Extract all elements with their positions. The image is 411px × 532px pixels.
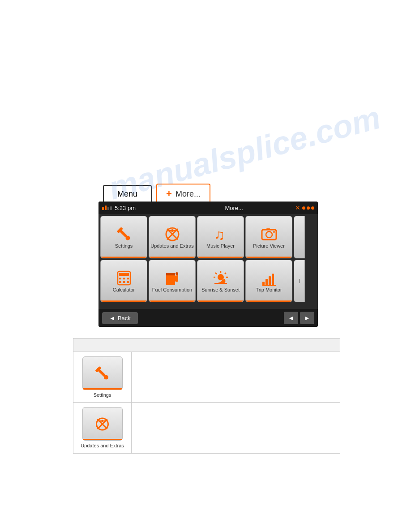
fuel-icon xyxy=(163,269,181,287)
device-screen: 5:23 pm More... ✕ xyxy=(98,202,318,327)
table-header xyxy=(73,339,340,352)
bottom-navigation: ◄ Back ◄ ► xyxy=(98,309,318,327)
svg-rect-23 xyxy=(166,273,175,275)
svg-point-6 xyxy=(171,229,174,232)
app-tile-music[interactable]: ♫ Music Player xyxy=(197,216,244,258)
svg-rect-18 xyxy=(127,278,129,279)
updates-table-label: Updates and Extras xyxy=(81,443,124,448)
app-tile-partial-1 xyxy=(294,216,305,258)
sunrise-tile-label: Sunrise & Sunset xyxy=(201,287,240,293)
table-row-settings: Settings xyxy=(73,352,340,403)
signal-bar-4 xyxy=(110,206,112,210)
status-more-text: More... xyxy=(176,205,292,211)
back-button[interactable]: ◄ Back xyxy=(102,312,138,324)
svg-point-45 xyxy=(101,420,103,422)
table-updates-icon-cell[interactable]: Updates and Extras xyxy=(73,403,132,453)
back-arrow-icon: ◄ xyxy=(109,315,115,322)
table-settings-icon-cell[interactable]: Settings xyxy=(73,352,132,402)
wrench-icon xyxy=(115,225,133,243)
svg-point-11 xyxy=(266,232,272,238)
app-tile-trip[interactable]: Trip Monitor xyxy=(245,260,292,302)
status-dot-2 xyxy=(307,206,310,210)
svg-rect-21 xyxy=(127,281,129,283)
svg-text:♫: ♫ xyxy=(214,227,225,243)
status-dot-1 xyxy=(302,206,305,210)
svg-line-29 xyxy=(225,273,226,274)
settings-table-icon xyxy=(92,365,112,382)
app-row-1: Settings Updates and Extras ♫ xyxy=(100,216,316,258)
music-icon: ♫ xyxy=(212,225,230,243)
settings-table-label: Settings xyxy=(94,392,111,398)
picture-tile-label: Picture Viewer xyxy=(253,243,285,249)
music-tile-label: Music Player xyxy=(206,243,235,249)
svg-rect-24 xyxy=(175,275,178,282)
signal-bar-1 xyxy=(102,207,104,210)
svg-rect-37 xyxy=(272,274,274,285)
settings-icon-box xyxy=(82,356,123,390)
updates-icon-box xyxy=(82,407,123,441)
app-tile-fuel[interactable]: Fuel Consumption xyxy=(149,260,196,302)
app-tile-partial-2: I xyxy=(294,260,305,302)
svg-rect-22 xyxy=(166,275,175,285)
camera-icon xyxy=(260,225,278,243)
updates-tile-label: Updates and Extras xyxy=(150,243,194,249)
status-dots xyxy=(302,206,314,210)
sunrise-icon xyxy=(212,269,230,287)
plus-icon: + xyxy=(166,188,172,200)
more-button-label: More... xyxy=(176,189,201,199)
trip-tile-label: Trip Monitor xyxy=(256,287,282,293)
svg-rect-15 xyxy=(119,273,129,276)
svg-rect-17 xyxy=(123,278,125,279)
table-row-updates: Updates and Extras xyxy=(73,403,340,453)
signal-indicator xyxy=(102,206,112,210)
calculator-tile-label: Calculator xyxy=(113,287,135,293)
signal-bar-3 xyxy=(107,207,109,210)
table-settings-desc xyxy=(132,352,340,402)
status-bar: 5:23 pm More... ✕ xyxy=(98,202,318,214)
status-right-area: ✕ xyxy=(295,204,314,211)
svg-rect-36 xyxy=(269,276,271,285)
app-row-2: Calculator Fuel Consumption xyxy=(100,260,316,302)
app-tile-calculator[interactable]: Calculator xyxy=(100,260,147,302)
app-tile-sunrise[interactable]: Sunrise & Sunset xyxy=(197,260,244,302)
nav-next-button[interactable]: ► xyxy=(300,312,314,324)
svg-point-13 xyxy=(273,231,275,233)
app-tile-settings[interactable]: Settings xyxy=(100,216,147,258)
updates-icon xyxy=(163,225,181,243)
svg-rect-19 xyxy=(119,281,121,283)
app-grid: Settings Updates and Extras ♫ xyxy=(98,214,318,302)
nav-prev-button[interactable]: ◄ xyxy=(284,312,298,324)
signal-bar-2 xyxy=(105,206,107,210)
status-time: 5:23 pm xyxy=(115,205,173,211)
nav-arrows-group: ◄ ► xyxy=(284,312,314,324)
updates-table-icon xyxy=(92,415,112,433)
svg-rect-20 xyxy=(123,281,125,283)
table-updates-desc xyxy=(132,403,340,453)
back-button-label: Back xyxy=(118,315,131,322)
bottom-table: Settings Updates and Extras xyxy=(73,338,340,454)
svg-rect-34 xyxy=(262,282,265,285)
calculator-icon xyxy=(115,269,133,287)
wifi-x-icon: ✕ xyxy=(295,204,300,211)
menu-button[interactable]: Menu xyxy=(103,185,152,203)
svg-rect-16 xyxy=(119,278,121,279)
svg-rect-35 xyxy=(265,279,268,285)
svg-rect-12 xyxy=(266,228,270,230)
settings-tile-label: Settings xyxy=(115,243,133,249)
svg-line-32 xyxy=(215,273,217,274)
svg-point-27 xyxy=(218,274,224,280)
svg-point-26 xyxy=(176,272,178,275)
trip-icon xyxy=(260,269,278,287)
fuel-tile-label: Fuel Consumption xyxy=(152,287,192,293)
app-tile-updates[interactable]: Updates and Extras xyxy=(149,216,196,258)
status-dot-3 xyxy=(311,206,314,210)
app-tile-picture[interactable]: Picture Viewer xyxy=(245,216,292,258)
